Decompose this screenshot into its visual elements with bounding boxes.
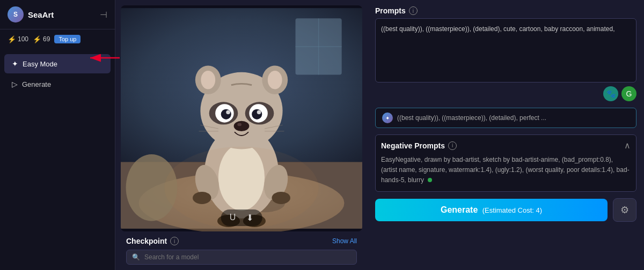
credit-item-2: ⚡ 69 bbox=[33, 35, 50, 43]
sidebar: S SeaArt ⊣ ⚡ 100 ⚡ 69 Top up ✦ Easy Mode… bbox=[0, 0, 115, 270]
svg-point-28 bbox=[252, 109, 262, 119]
generate-button[interactable]: Generate (Estimated Cost: 4) bbox=[375, 199, 608, 221]
checkpoint-search-input[interactable] bbox=[144, 253, 351, 261]
search-icon: 🔍 bbox=[132, 253, 140, 261]
prompts-section: Prompts i 🐾 G bbox=[375, 6, 636, 101]
prompts-title: Prompts bbox=[375, 6, 406, 15]
raccoon-illustration bbox=[121, 5, 362, 231]
negative-prompts-header: Negative Prompts i ∧ bbox=[381, 140, 631, 151]
svg-point-32 bbox=[237, 123, 241, 126]
negative-prompts-title: Negative Prompts bbox=[381, 141, 445, 150]
credit-value-1: 100 bbox=[18, 35, 28, 43]
sidebar-item-generate[interactable]: ▷ Generate bbox=[4, 74, 111, 94]
auto-prompt-text: ((best quality)), ((masterpiece)), (deta… bbox=[397, 114, 630, 122]
credits-bar: ⚡ 100 ⚡ 69 Top up bbox=[0, 29, 115, 49]
generate-row: Generate (Estimated Cost: 4) ⚙ bbox=[375, 198, 636, 222]
image-container: U ⬇ bbox=[121, 5, 362, 231]
checkpoint-search-box[interactable]: 🔍 bbox=[126, 250, 357, 265]
auto-prompt-icon: ✦ bbox=[382, 112, 393, 123]
prompt-tools: 🐾 G bbox=[375, 86, 636, 101]
negative-info-icon[interactable]: i bbox=[448, 141, 457, 150]
sidebar-item-easy-mode[interactable]: ✦ Easy Mode bbox=[4, 54, 111, 73]
svg-point-24 bbox=[268, 71, 282, 89]
easy-mode-label: Easy Mode bbox=[23, 60, 57, 68]
image-overlay-controls: U ⬇ bbox=[221, 209, 262, 226]
svg-point-31 bbox=[234, 121, 250, 131]
credit-value-2: 69 bbox=[43, 35, 50, 43]
checkpoint-info-icon[interactable]: i bbox=[170, 237, 179, 245]
prompts-label: Prompts i bbox=[375, 6, 636, 15]
show-all-link[interactable]: Show All bbox=[332, 237, 357, 245]
lightning-icon-1: ⚡ bbox=[8, 35, 16, 43]
prompt-tool-teal[interactable]: 🐾 bbox=[603, 86, 618, 101]
easy-mode-icon: ✦ bbox=[12, 59, 18, 68]
prompts-info-icon[interactable]: i bbox=[409, 6, 418, 15]
svg-point-27 bbox=[221, 109, 231, 119]
back-icon[interactable]: ⊣ bbox=[100, 10, 107, 20]
checkpoint-section: Checkpoint i Show All 🔍 bbox=[121, 237, 362, 265]
svg-point-23 bbox=[201, 71, 215, 89]
auto-prompt-bar[interactable]: ✦ ((best quality)), ((masterpiece)), (de… bbox=[375, 108, 636, 128]
checkpoint-header: Checkpoint i Show All bbox=[126, 237, 357, 245]
negative-prompts-section: Negative Prompts i ∧ EasyNegative, drawn… bbox=[375, 134, 636, 192]
settings-button[interactable]: ⚙ bbox=[613, 198, 636, 222]
app-logo: S bbox=[8, 6, 24, 22]
download-icon[interactable]: ⬇ bbox=[246, 213, 253, 223]
green-dot-indicator bbox=[428, 178, 432, 182]
image-panel: U ⬇ Checkpoint i Show All 🔍 bbox=[115, 0, 368, 270]
topup-button[interactable]: Top up bbox=[54, 35, 80, 43]
upscale-icon[interactable]: U bbox=[230, 213, 236, 223]
collapse-icon[interactable]: ∧ bbox=[624, 140, 631, 151]
generate-nav-icon: ▷ bbox=[12, 80, 18, 88]
right-panel: Prompts i 🐾 G ✦ ((best quality)), ((mast… bbox=[368, 0, 644, 270]
main-content: U ⬇ Checkpoint i Show All 🔍 Prompts i bbox=[115, 0, 644, 270]
app-name: SeaArt bbox=[28, 10, 54, 19]
svg-point-30 bbox=[257, 110, 261, 115]
lightning-icon-2: ⚡ bbox=[33, 35, 41, 43]
svg-point-29 bbox=[226, 110, 230, 115]
checkpoint-title: Checkpoint bbox=[126, 237, 167, 245]
sidebar-header: S SeaArt ⊣ bbox=[0, 0, 115, 29]
prompts-textarea[interactable] bbox=[375, 18, 636, 82]
settings-icon: ⚙ bbox=[620, 204, 629, 216]
prompt-tool-green[interactable]: G bbox=[621, 86, 636, 101]
credit-item-1: ⚡ 100 bbox=[8, 35, 28, 43]
sidebar-nav: ✦ Easy Mode ▷ Generate bbox=[0, 49, 115, 99]
negative-prompts-text: EasyNegative, drawn by bad-artist, sketc… bbox=[381, 155, 631, 186]
generate-nav-label: Generate bbox=[22, 80, 51, 88]
